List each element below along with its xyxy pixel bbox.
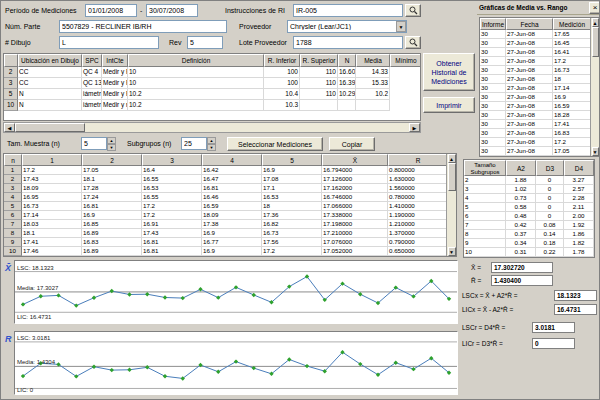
get-history-button[interactable]: Obtener Historial de Mediciones bbox=[423, 53, 475, 91]
vertical-scrollbar[interactable]: ▲ ▼ bbox=[446, 154, 456, 256]
stepper-up-icon[interactable]: ▲ bbox=[107, 137, 116, 144]
stepper-down-icon[interactable]: ▼ bbox=[107, 144, 116, 151]
data-point[interactable] bbox=[216, 295, 220, 299]
table-row[interactable]: 617.1416.917.218.0917.3617.3380001.19000… bbox=[4, 211, 456, 220]
table-row[interactable]: 3027-Jun-0816.9 bbox=[480, 93, 599, 102]
table-row[interactable]: 1017.4616.8916.8116.917.217.0520000.6500… bbox=[4, 247, 456, 256]
search-instructions-button[interactable] bbox=[405, 4, 421, 17]
table-row[interactable]: 117.217.0516.416.4216.916.7940000.800000 bbox=[4, 166, 456, 175]
col-a2[interactable]: A2 bbox=[506, 160, 536, 176]
col-r-superior[interactable]: R. Superior bbox=[300, 54, 338, 67]
data-point[interactable] bbox=[110, 368, 114, 372]
table-row[interactable]: 3027-Jun-0817.14 bbox=[480, 84, 599, 93]
col-fecha[interactable]: Fecha bbox=[506, 18, 553, 30]
table-row[interactable]: 3027-Jun-0816.73 bbox=[480, 66, 599, 75]
table-row[interactable]: 217.4318.116.5516.4717.0817.1260001.6300… bbox=[4, 175, 456, 184]
stepper-up-icon[interactable]: ▲ bbox=[207, 137, 216, 144]
vertical-scrollbar[interactable]: ▲ ▼ bbox=[590, 18, 599, 156]
col-intcte[interactable]: IntCte bbox=[102, 54, 128, 67]
data-point[interactable] bbox=[145, 365, 149, 369]
print-button[interactable]: Imprimir bbox=[423, 97, 475, 113]
scroll-down-icon[interactable]: ▼ bbox=[592, 147, 599, 156]
data-point[interactable] bbox=[110, 289, 114, 293]
date-to-input[interactable] bbox=[146, 4, 198, 17]
data-point[interactable] bbox=[234, 285, 238, 289]
table-row[interactable]: 3CCQC 13Medir y Registrar el valor mínim… bbox=[4, 78, 420, 89]
stepper-down-icon[interactable]: ▼ bbox=[207, 144, 216, 151]
horizontal-scrollbar[interactable]: ◀ ▶ bbox=[3, 122, 421, 133]
data-point[interactable] bbox=[39, 294, 43, 298]
table-row[interactable]: 3027-Jun-0818 bbox=[480, 75, 599, 84]
table-row[interactable]: 90.340.181.82 bbox=[464, 239, 594, 248]
sample-size-input[interactable] bbox=[81, 137, 107, 150]
col-informe[interactable]: Informe bbox=[480, 18, 506, 30]
table-row[interactable]: 70.420.081.92 bbox=[464, 221, 594, 230]
table-row[interactable]: 40.7302.28 bbox=[464, 194, 594, 203]
table-row[interactable]: 3027-Jun-0817.05 bbox=[480, 147, 599, 156]
table-row[interactable]: 3027-Jun-0816.59 bbox=[480, 102, 599, 111]
table-row[interactable]: 3027-Jun-0816.45 bbox=[480, 39, 599, 48]
table-row[interactable]: 2CCQC 4Medir y Registrar el Valor mínimo… bbox=[4, 67, 420, 78]
col-r-inferior[interactable]: R. Inferior bbox=[264, 54, 300, 67]
table-row[interactable]: 31.0202.57 bbox=[464, 185, 594, 194]
data-point[interactable] bbox=[74, 303, 78, 307]
search-lot-button[interactable] bbox=[405, 36, 421, 49]
data-point[interactable] bbox=[234, 359, 238, 363]
scrollbar-thumb[interactable] bbox=[592, 27, 599, 57]
data-point[interactable] bbox=[92, 296, 96, 300]
sample-size-stepper[interactable]: ▲ ▼ bbox=[81, 137, 116, 150]
close-button[interactable]: × bbox=[589, 2, 600, 14]
table-row[interactable]: 3027-Jun-0816.41 bbox=[480, 48, 599, 57]
table-row[interactable]: 318.0917.2816.5316.8117.117.1620001.5600… bbox=[4, 184, 456, 193]
provider-select[interactable]: Chrysler (Lear/JC1) ▼ bbox=[287, 20, 407, 33]
scroll-up-icon[interactable]: ▲ bbox=[448, 154, 456, 163]
table-row[interactable]: 917.4116.8316.8116.7717.5617.0760000.790… bbox=[4, 238, 456, 247]
scroll-right-icon[interactable]: ▶ bbox=[409, 123, 420, 132]
data-point[interactable] bbox=[411, 367, 415, 371]
rev-input[interactable] bbox=[187, 36, 223, 49]
col-d4[interactable]: D4 bbox=[564, 160, 594, 176]
table-row[interactable]: 3027-Jun-0817.65 bbox=[480, 30, 599, 39]
table-row[interactable]: 3027-Jun-0816.83 bbox=[480, 129, 599, 138]
col-n[interactable]: n bbox=[4, 154, 22, 166]
data-point[interactable] bbox=[181, 296, 185, 300]
col-ubicacion[interactable]: Ubicación en Dibujo bbox=[18, 54, 82, 67]
scroll-left-icon[interactable]: ◀ bbox=[4, 123, 15, 132]
table-row[interactable]: 516.7316.8117.216.591817.0660001.410000 bbox=[4, 202, 456, 211]
col-1[interactable]: 1 bbox=[22, 154, 82, 166]
col-spc[interactable]: SPC bbox=[82, 54, 102, 67]
scroll-up-icon[interactable]: ▲ bbox=[592, 18, 599, 27]
subgroups-input[interactable] bbox=[181, 137, 207, 150]
data-point[interactable] bbox=[56, 293, 60, 297]
drawing-input[interactable] bbox=[59, 36, 159, 49]
select-measurements-button[interactable]: Seleccionar Mediciones bbox=[227, 137, 323, 151]
table-row[interactable]: 3027-Jun-0817.41 bbox=[480, 120, 599, 129]
col-3[interactable]: 3 bbox=[142, 154, 202, 166]
table-row[interactable]: 416.9517.2416.5516.4616.5316.7460000.780… bbox=[4, 193, 456, 202]
col-5[interactable]: 5 bbox=[262, 154, 322, 166]
table-row[interactable]: 21.8803.27 bbox=[464, 176, 594, 185]
table-row[interactable]: 3027-Jun-0817.2 bbox=[480, 138, 599, 147]
col-4[interactable]: 4 bbox=[202, 154, 262, 166]
table-row[interactable]: 3027-Jun-0818.28 bbox=[480, 111, 599, 120]
data-point[interactable] bbox=[92, 365, 96, 369]
scroll-down-icon[interactable]: ▼ bbox=[448, 247, 456, 256]
col-xbar[interactable]: X̄ bbox=[322, 154, 388, 166]
table-row[interactable]: 100.310.221.78 bbox=[464, 248, 594, 257]
table-row[interactable]: 5NiámetrMedir y Registrar Resultados10.2… bbox=[4, 89, 420, 100]
scrollbar-thumb[interactable] bbox=[15, 123, 85, 132]
chevron-down-icon[interactable]: ▼ bbox=[396, 21, 406, 32]
table-row[interactable]: 50.5802.11 bbox=[464, 203, 594, 212]
data-point[interactable] bbox=[305, 364, 309, 368]
col-definicion[interactable]: Definición bbox=[128, 54, 264, 67]
table-row[interactable]: 3027-Jun-0817.2 bbox=[480, 57, 599, 66]
date-from-input[interactable] bbox=[85, 4, 137, 17]
col-media[interactable]: Media bbox=[356, 54, 390, 67]
table-row[interactable]: 10NiámetrMedir y registrar el valor míni… bbox=[4, 100, 420, 111]
table-row[interactable]: 60.4802.00 bbox=[464, 212, 594, 221]
table-row[interactable]: 818.116.8917.4316.916.7317.2100001.37000… bbox=[4, 229, 456, 238]
scrollbar-thumb[interactable] bbox=[448, 163, 456, 191]
data-point[interactable] bbox=[145, 292, 149, 296]
data-point[interactable] bbox=[216, 370, 220, 374]
lot-input[interactable] bbox=[293, 36, 403, 49]
